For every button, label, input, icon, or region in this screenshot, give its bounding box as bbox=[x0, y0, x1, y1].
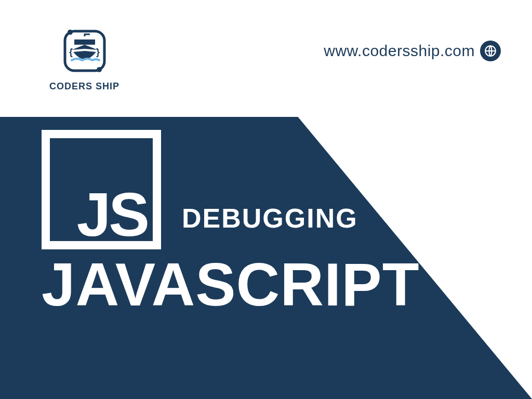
brand-name: CODERS SHIP bbox=[49, 81, 119, 92]
svg-point-1 bbox=[68, 30, 73, 35]
subtitle: DEBUGGING bbox=[182, 203, 358, 234]
brand-logo: { } CODERS SHIP bbox=[49, 25, 119, 92]
svg-point-2 bbox=[97, 67, 102, 72]
svg-text:}: } bbox=[96, 47, 100, 57]
header: { } CODERS SHIP www.codersship.com bbox=[0, 0, 532, 117]
js-logo-text: JS bbox=[77, 184, 148, 245]
title: JAVASCRIPT bbox=[42, 255, 532, 315]
ship-logo-icon: { } bbox=[59, 25, 111, 77]
content-area: JS DEBUGGING JAVASCRIPT bbox=[42, 130, 532, 315]
website-url-block: www.codersship.com bbox=[324, 41, 501, 61]
globe-icon bbox=[480, 41, 501, 61]
website-url: www.codersship.com bbox=[324, 42, 475, 60]
js-logo-icon: JS bbox=[42, 130, 161, 249]
svg-text:{: { bbox=[69, 47, 73, 57]
